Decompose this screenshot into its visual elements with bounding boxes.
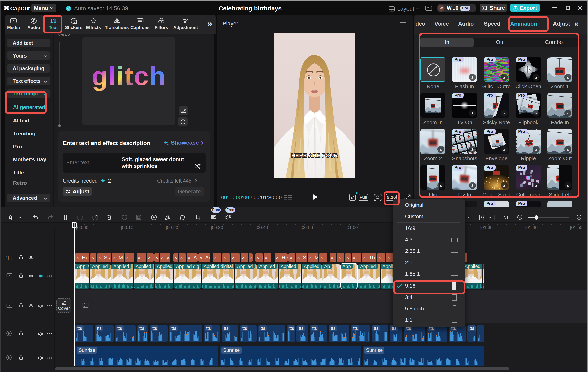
- svg-text:A: A: [99, 256, 101, 259]
- svg-text:A: A: [113, 256, 115, 259]
- svg-text:A: A: [276, 256, 278, 259]
- svg-text:A: A: [297, 256, 300, 259]
- svg-text:A: A: [309, 256, 311, 259]
- svg-text:A: A: [92, 256, 94, 259]
- svg-text:A: A: [175, 256, 177, 259]
- svg-text:A: A: [161, 256, 163, 259]
- svg-text:A: A: [347, 256, 349, 259]
- svg-text:A: A: [148, 256, 150, 259]
- svg-text:A: A: [265, 256, 267, 259]
- svg-text:A: A: [188, 256, 190, 259]
- svg-text:A: A: [321, 256, 323, 259]
- svg-text:A: A: [214, 256, 216, 259]
- svg-text:A: A: [138, 256, 140, 259]
- svg-text:HERE ARE FOUR: HERE ARE FOUR: [291, 152, 338, 159]
- svg-text:A: A: [77, 256, 79, 259]
- svg-text:A: A: [363, 256, 366, 259]
- svg-text:A: A: [250, 256, 252, 259]
- svg-text:A: A: [242, 256, 244, 259]
- svg-text:A: A: [353, 256, 355, 259]
- svg-text:A: A: [156, 256, 158, 259]
- svg-text:A: A: [232, 256, 234, 259]
- svg-text:A: A: [290, 256, 292, 259]
- svg-text:A: A: [378, 256, 381, 259]
- svg-text:A: A: [331, 256, 333, 259]
- svg-text:A: A: [257, 256, 259, 259]
- svg-text:A: A: [338, 256, 341, 259]
- svg-text:A: A: [224, 256, 226, 259]
- svg-text:A: A: [388, 256, 389, 259]
- svg-text:A: A: [180, 256, 182, 259]
- svg-text:A: A: [126, 256, 128, 259]
- svg-text:A: A: [200, 256, 202, 259]
